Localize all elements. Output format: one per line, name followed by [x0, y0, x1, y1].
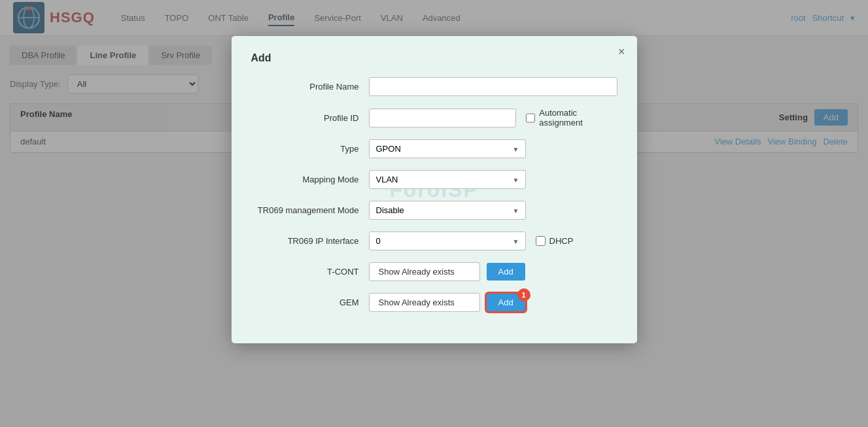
mapping-mode-select[interactable]: VLAN GEM TLS	[369, 170, 526, 189]
tcont-add-button[interactable]: Add	[487, 263, 525, 281]
profile-name-input[interactable]	[369, 77, 617, 96]
profile-name-label: Profile Name	[251, 82, 369, 92]
form-row-mapping-mode: Mapping Mode VLAN GEM TLS	[251, 170, 617, 189]
dhcp-label: DHCP	[549, 236, 574, 246]
type-select-wrapper: GPON EPON XG-PON	[369, 139, 526, 158]
form-row-profile-id: Profile ID Automatic assignment	[251, 108, 617, 128]
dhcp-checkbox[interactable]	[536, 236, 546, 246]
form-row-profile-name: Profile Name	[251, 77, 617, 96]
add-modal: ForoISP Add × Profile Name Profile ID Au…	[232, 36, 637, 343]
gem-show-button[interactable]: Show Already exists	[369, 293, 480, 312]
tr069-ip-select-wrapper: 0 1 2	[369, 231, 526, 250]
tr069-ip-label: TR069 IP Interface	[251, 236, 369, 246]
form-row-type: Type GPON EPON XG-PON	[251, 139, 617, 158]
form-row-gem: GEM Show Already exists Add 1	[251, 293, 617, 312]
gem-label: GEM	[251, 298, 369, 307]
tcont-label: T-CONT	[251, 267, 369, 277]
gem-badge: 1	[517, 288, 530, 301]
gem-add-button-wrapper: Add 1	[480, 294, 525, 311]
form-row-tcont: T-CONT Show Already exists Add	[251, 262, 617, 281]
tr069-management-select-wrapper: Disable Enable	[369, 201, 526, 220]
tcont-show-button[interactable]: Show Already exists	[369, 262, 480, 281]
type-select[interactable]: GPON EPON XG-PON	[369, 139, 526, 158]
modal-overlay: ForoISP Add × Profile Name Profile ID Au…	[0, 0, 868, 427]
automatic-assignment-group: Automatic assignment	[526, 108, 617, 128]
type-label: Type	[251, 144, 369, 154]
automatic-assignment-checkbox[interactable]	[526, 113, 535, 123]
mapping-mode-select-wrapper: VLAN GEM TLS	[369, 170, 526, 189]
tr069-management-select[interactable]: Disable Enable	[369, 201, 526, 220]
dhcp-group: DHCP	[536, 236, 574, 246]
profile-id-input[interactable]	[369, 109, 517, 128]
mapping-mode-label: Mapping Mode	[251, 175, 369, 184]
form-row-tr069-ip: TR069 IP Interface 0 1 2 DHCP	[251, 231, 617, 250]
tr069-management-label: TR069 management Mode	[251, 205, 369, 215]
modal-title: Add	[251, 52, 617, 64]
form-row-tr069-mgmt: TR069 management Mode Disable Enable	[251, 201, 617, 220]
automatic-assignment-label: Automatic assignment	[539, 108, 617, 128]
tr069-ip-select[interactable]: 0 1 2	[369, 231, 526, 250]
profile-id-label: Profile ID	[251, 113, 369, 123]
modal-close-button[interactable]: ×	[618, 46, 625, 58]
